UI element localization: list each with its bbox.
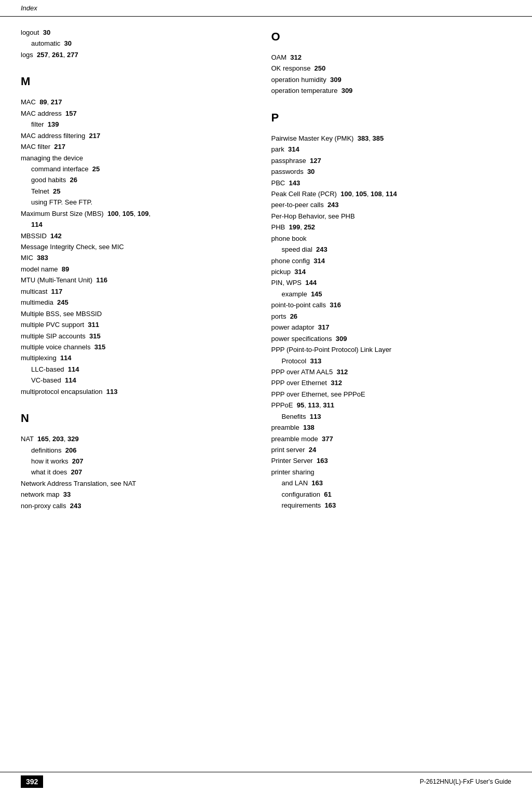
term: model name <box>21 265 58 273</box>
index-entry: ports 26 <box>271 311 512 322</box>
term: print server <box>271 446 305 454</box>
term: Pairwise Master Key (PMK) <box>271 134 354 142</box>
page-footer: 392 P-2612HNU(L)-FxF User's Guide <box>0 772 532 791</box>
index-entry: OAM 312 <box>271 52 512 63</box>
term: PIN, WPS <box>271 279 302 287</box>
term: what it does <box>31 468 67 476</box>
term: multiplexing <box>21 354 57 362</box>
term: requirements <box>282 501 321 509</box>
index-entry: PPPoE 95, 113, 311 <box>271 400 512 411</box>
index-entry: PPP over ATM AAL5 312 <box>271 366 512 377</box>
term: MTU (Multi-Tenant Unit) <box>21 276 92 284</box>
term: preamble mode <box>271 435 318 443</box>
page-num: 315 <box>94 343 106 351</box>
term: multiple SIP accounts <box>21 332 86 340</box>
page-num: 309 <box>330 76 342 84</box>
term: Network Address Translation, see NAT <box>21 480 136 487</box>
page-num: 114 <box>386 190 397 198</box>
sub-entry: how it works 207 <box>21 456 251 467</box>
page-num: 206 <box>65 446 77 454</box>
term: park <box>271 145 284 153</box>
page-num: 163 <box>317 457 328 465</box>
sub-entry: good habits 26 <box>21 174 251 185</box>
page-num: 313 <box>310 357 321 365</box>
index-entry: MAC 89, 217 <box>21 97 251 107</box>
page-num: 314 <box>313 257 325 265</box>
index-entry: OK response 250 <box>271 63 512 74</box>
section-letter: N <box>21 412 251 425</box>
page-num: 138 <box>303 424 315 431</box>
sub-entry: what it does 207 <box>21 467 251 478</box>
index-entry: MTU (Multi-Tenant Unit) 116 <box>21 275 251 285</box>
index-entry: preamble mode 377 <box>271 433 512 444</box>
page-num: 217 <box>51 98 62 106</box>
sub-entry: example 145 <box>271 289 512 299</box>
term: power adaptor <box>271 323 315 331</box>
page-num: 61 <box>324 490 331 498</box>
section-gap <box>21 397 251 408</box>
index-entry: Peak Cell Rate (PCR) 100, 105, 108, 114 <box>271 188 512 199</box>
index-entry: pickup 314 <box>271 266 512 277</box>
term: OAM <box>271 53 287 61</box>
term: MAC address filtering <box>21 132 85 140</box>
index-entry: Printer Server 163 <box>271 455 512 466</box>
page-num: 100 <box>107 210 119 217</box>
sub-entry: Telnet 25 <box>21 186 251 197</box>
page-num: 114 <box>65 376 76 384</box>
page-num: 314 <box>294 268 306 276</box>
sub-entry: speed dial 243 <box>271 244 512 255</box>
section-letter: M <box>21 75 251 88</box>
sub-entry: using FTP. See FTP. <box>21 197 251 208</box>
index-entry: non-proxy calls 243 <box>21 500 251 511</box>
page-num: 311 <box>323 401 334 409</box>
term: point-to-point calls <box>271 301 326 309</box>
page-num: 30 <box>64 39 72 47</box>
index-entry: Pairwise Master Key (PMK) 383, 385 <box>271 133 512 144</box>
section-gap <box>21 60 251 72</box>
page-num: 117 <box>51 288 63 295</box>
page-num: 243 <box>70 502 81 510</box>
page-num: 113 <box>106 388 118 396</box>
term: Message Integrity Check, see MIC <box>21 243 124 251</box>
section-gap <box>271 97 512 108</box>
page-num: 252 <box>304 223 315 231</box>
index-entry: network map 33 <box>21 489 251 500</box>
index-entry: phone config 314 <box>271 255 512 266</box>
index-entry: multiplexing 114 <box>21 352 251 363</box>
term: passphrase <box>271 157 306 165</box>
page-num: 312 <box>336 368 348 376</box>
sub-entry: automatic 30 <box>21 38 251 49</box>
index-entry: Per-Hop Behavior, see PHB <box>271 211 512 222</box>
page-num: 207 <box>71 468 83 476</box>
page-num: 143 <box>289 179 300 187</box>
index-entry: MAC address filtering 217 <box>21 130 251 141</box>
term: configuration <box>282 490 320 498</box>
index-entry: preamble 138 <box>271 422 512 433</box>
page-num: 26 <box>290 312 297 320</box>
left-column: logout 30automatic 30logs 257, 261, 277M… <box>21 27 266 511</box>
footer-page-number: 392 <box>21 775 43 788</box>
term: OK response <box>271 64 311 72</box>
index-entry: multicast 117 <box>21 286 251 297</box>
term: preamble <box>271 424 299 431</box>
term: managing the device <box>21 154 83 162</box>
term: operation temperature <box>271 87 338 94</box>
sub-entry: 114 <box>21 219 251 230</box>
index-entry: logout 30 <box>21 27 251 38</box>
page-num: 105 <box>122 210 134 217</box>
index-entry: MAC address 157 <box>21 108 251 119</box>
index-entry: PPP over Ethernet 312 <box>271 377 512 388</box>
term: peer-to-peer calls <box>271 201 324 209</box>
index-entry: PHB 199, 252 <box>271 222 512 233</box>
term: phone book <box>271 235 307 242</box>
page-num: 383 <box>37 254 48 262</box>
term: NAT <box>21 435 34 443</box>
term: Benefits <box>282 413 306 420</box>
term: network map <box>21 490 59 498</box>
term: Maximum Burst Size (MBS) <box>21 210 104 217</box>
index-entry: PPP (Point-to-Point Protocol) Link Layer <box>271 344 512 355</box>
term: PPP (Point-to-Point Protocol) Link Layer <box>271 346 392 353</box>
term: MAC filter <box>21 143 50 151</box>
term: passwords <box>271 168 304 175</box>
index-entry: Network Address Translation, see NAT <box>21 478 251 489</box>
